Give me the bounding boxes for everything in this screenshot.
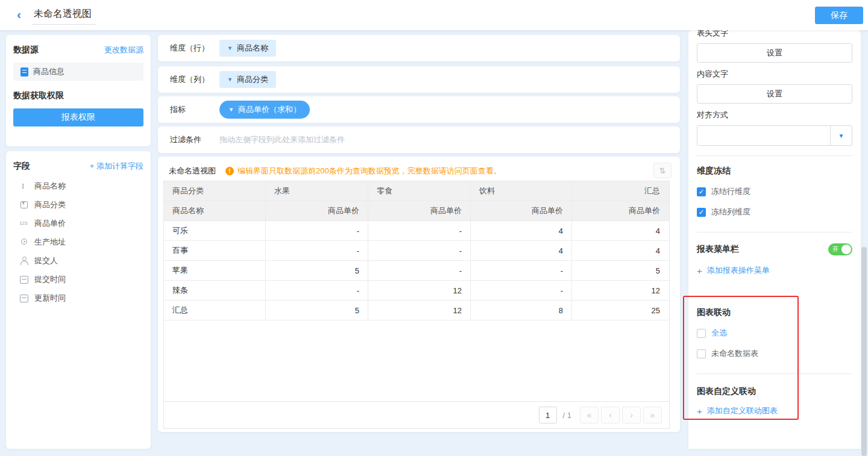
table-cell: 12 xyxy=(368,281,471,300)
table-cell: 12 xyxy=(572,281,668,300)
freeze-col-checkbox[interactable]: ✓ xyxy=(697,208,706,217)
next-page-icon[interactable]: › xyxy=(622,407,641,423)
field-item[interactable]: 生产地址 xyxy=(13,233,143,251)
top-bar: ‹ 未命名透视图 保存 xyxy=(0,0,868,30)
divider xyxy=(697,373,852,374)
table-header-row: 商品分类水果零食饮料汇总 xyxy=(164,181,669,201)
freeze-col-checkbox-row[interactable]: ✓ 冻结列维度 xyxy=(697,207,852,217)
fields-card: 字段 + 添加计算字段 商品名称商品分类商品单价生产地址提交人提交时间更新时间 xyxy=(6,151,151,449)
caret-down-icon: ▼ xyxy=(227,45,233,51)
table-cell: - xyxy=(266,221,368,240)
plus-icon: + xyxy=(697,266,702,276)
field-list: 商品名称商品分类商品单价生产地址提交人提交时间更新时间 xyxy=(13,176,143,307)
table-header-cell: 商品单价 xyxy=(572,201,668,220)
col-dimension-row: 维度（列） ▼ 商品分类 xyxy=(158,66,680,93)
table-cell: 百事 xyxy=(164,241,266,260)
metric-tag[interactable]: ▼ 商品单价（求和） xyxy=(219,101,310,119)
table-header-cell: 水果 xyxy=(266,181,368,201)
table-header-cell: 商品单价 xyxy=(266,201,368,220)
back-icon[interactable]: ‹ xyxy=(17,7,21,22)
field-item[interactable]: 更新时间 xyxy=(13,289,143,307)
table-row: 可乐--44 xyxy=(164,221,669,241)
content-text-settings-button[interactable]: 设置 xyxy=(697,84,852,104)
report-menu-title: 报表菜单栏 xyxy=(697,244,739,255)
panel-scrollbar[interactable] xyxy=(861,247,867,456)
align-select[interactable]: ▼ xyxy=(697,125,852,146)
table-header-cell: 汇总 xyxy=(572,181,668,201)
custom-linkage-title: 图表自定义联动 xyxy=(697,386,852,397)
fields-section-title: 字段 xyxy=(13,161,30,172)
field-item[interactable]: 商品名称 xyxy=(13,176,143,195)
caret-down-icon: ▼ xyxy=(227,77,233,83)
preview-title: 未命名透视图 xyxy=(169,166,216,176)
freeze-row-checkbox-row[interactable]: ✓ 冻结行维度 xyxy=(697,186,852,197)
field-item[interactable]: 商品单价 xyxy=(13,214,143,233)
content-text-label: 内容文字 xyxy=(697,69,852,80)
select-all-checkbox[interactable] xyxy=(697,329,706,338)
preview-card: 未命名透视图 ! 编辑界面只取数据源前200条作为查询数据预览，完整数据请访问页… xyxy=(158,157,680,432)
datasource-card: 数据源 更改数据源 商品信息 数据获取权限 报表权限 xyxy=(6,35,151,146)
select-field-icon xyxy=(19,200,29,210)
table-cell: - xyxy=(368,241,471,260)
select-all-checkbox-row[interactable]: 全选 xyxy=(697,328,852,339)
table-row: 百事--44 xyxy=(164,241,669,261)
report-permission-button[interactable]: 报表权限 xyxy=(13,108,143,126)
dataset-checkbox[interactable] xyxy=(697,349,706,358)
page-number-input[interactable] xyxy=(539,407,557,423)
toggle-knob xyxy=(841,245,851,254)
date-field-icon xyxy=(19,275,29,284)
field-label: 更新时间 xyxy=(34,293,66,304)
table-header-cell: 商品名称 xyxy=(164,201,266,220)
table-cell: 5 xyxy=(572,261,668,280)
field-item[interactable]: 提交人 xyxy=(13,251,143,270)
add-custom-linkage-link[interactable]: + 添加自定义联动图表 xyxy=(697,405,852,416)
table-cell: 4 xyxy=(572,241,668,260)
table-header-cell: 商品单价 xyxy=(471,201,572,220)
report-menu-toggle[interactable]: 开 xyxy=(828,243,852,255)
prev-page-icon[interactable]: ‹ xyxy=(601,407,620,423)
field-label: 商品单价 xyxy=(34,218,66,229)
table-row: 汇总512825 xyxy=(164,301,669,320)
select-all-label: 全选 xyxy=(711,328,727,339)
datasource-name: 商品信息 xyxy=(33,66,64,77)
last-page-icon[interactable]: » xyxy=(643,407,662,423)
plus-icon: + xyxy=(90,161,95,170)
sort-icon[interactable]: ⇅ xyxy=(653,163,671,178)
settings-panel: 表头文字 设置 内容文字 设置 对齐方式 ▼ 维度冻结 ✓ 冻结行维度 ✓ 冻结… xyxy=(688,30,861,449)
table-cell: 12 xyxy=(368,301,471,320)
data-permission-title: 数据获取权限 xyxy=(13,90,143,101)
table-cell: 4 xyxy=(471,241,572,260)
divider xyxy=(697,232,852,233)
freeze-row-checkbox[interactable]: ✓ xyxy=(697,187,706,196)
location-field-icon xyxy=(19,237,29,247)
field-item[interactable]: 提交时间 xyxy=(13,270,143,289)
dataset-checkbox-row[interactable]: 未命名数据表 xyxy=(697,348,852,359)
plus-icon: + xyxy=(697,406,702,416)
field-label: 提交人 xyxy=(34,255,58,266)
header-text-settings-button[interactable]: 设置 xyxy=(697,43,852,63)
table-cell: 5 xyxy=(266,301,368,320)
table-cell: - xyxy=(368,221,471,240)
row-dimension-tag[interactable]: ▼ 商品名称 xyxy=(219,40,276,57)
datasource-item[interactable]: 商品信息 xyxy=(13,63,143,81)
table-header-cell: 饮料 xyxy=(471,181,572,201)
table-cell: 25 xyxy=(572,301,668,320)
text-field-icon xyxy=(19,181,29,191)
add-calculated-field-link[interactable]: + 添加计算字段 xyxy=(90,161,143,172)
caret-down-icon: ▼ xyxy=(228,107,234,113)
divider xyxy=(697,155,852,156)
table-cell: 5 xyxy=(266,261,368,280)
filter-label: 过滤条件 xyxy=(170,134,219,145)
add-report-menu-link[interactable]: + 添加报表操作菜单 xyxy=(697,265,852,276)
page-total-label: / 1 xyxy=(563,411,571,420)
filter-dropzone[interactable]: 拖动左侧字段到此处来添加过滤条件 xyxy=(219,134,345,145)
page-title[interactable]: 未命名透视图 xyxy=(33,8,95,25)
table-header-cell: 商品分类 xyxy=(164,181,266,201)
date-field-icon xyxy=(19,293,29,303)
col-dimension-tag[interactable]: ▼ 商品分类 xyxy=(219,71,276,88)
save-button[interactable]: 保存 xyxy=(815,7,863,24)
change-datasource-link[interactable]: 更改数据源 xyxy=(104,45,143,55)
table-cell: 苹果 xyxy=(164,261,266,280)
first-page-icon[interactable]: « xyxy=(580,407,599,423)
field-item[interactable]: 商品分类 xyxy=(13,195,143,214)
